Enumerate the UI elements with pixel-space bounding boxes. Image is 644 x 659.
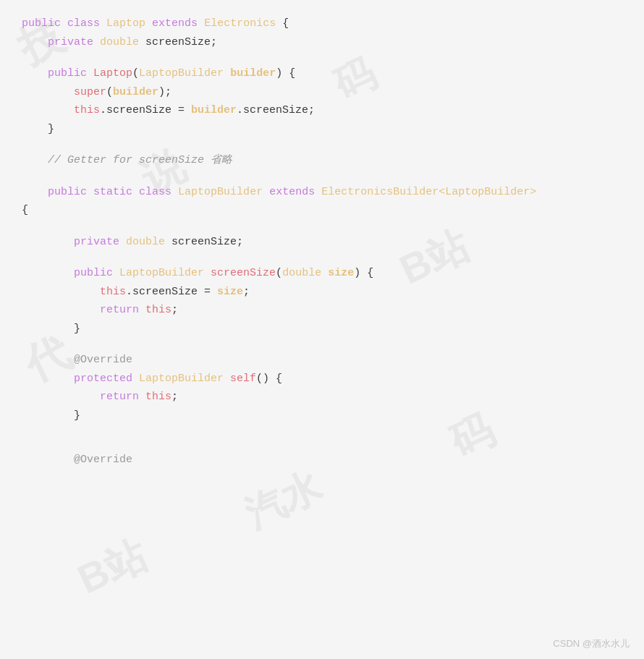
code-line-8: } xyxy=(0,120,644,139)
code-line-28: return this ; xyxy=(0,388,644,407)
csdn-watermark: CSDN @酒水水儿 xyxy=(553,637,630,650)
keyword-return2: return xyxy=(100,388,139,407)
type-double2: double xyxy=(126,233,165,252)
keyword-this3: this xyxy=(145,301,171,320)
code-line-6: super ( builder ); xyxy=(0,83,644,102)
class-electronics: Electronics xyxy=(204,14,276,33)
keyword-super: super xyxy=(74,83,106,102)
code-line-14: public static class LaptopBuilder extend… xyxy=(0,183,644,202)
comment-getter: // Getter for screenSize 省略 xyxy=(48,151,232,170)
annotation-override2: @Override xyxy=(74,451,132,469)
code-line-24 xyxy=(0,338,644,351)
param-builder2: builder xyxy=(113,83,158,102)
code-line-27: protected LaptopBuilder self () { xyxy=(0,370,644,388)
keyword-class: class xyxy=(67,14,100,33)
class-laptopbuilder: LaptopBuilder xyxy=(178,183,263,202)
code-line-18 xyxy=(0,251,644,264)
code-line-31 xyxy=(0,438,644,451)
code-line-21: this .screenSize = size ; xyxy=(0,283,644,302)
type-double3: double xyxy=(282,264,321,283)
code-line-3 xyxy=(0,51,644,64)
keyword-private: private xyxy=(48,33,93,52)
code-line-29: } xyxy=(0,407,644,425)
code-line-2: private double screenSize; xyxy=(0,33,644,52)
annotation-override1: @Override xyxy=(74,351,132,370)
keyword-this4: this xyxy=(145,388,171,407)
keyword-private2: private xyxy=(74,233,119,252)
param-builder: builder xyxy=(230,64,276,83)
code-line-32: @Override xyxy=(0,451,644,469)
code-container: 技 码 说 B站 代 码 汽水 B站 public class Laptop e… xyxy=(0,0,644,659)
code-line-20: public LaptopBuilder screenSize ( double… xyxy=(0,264,644,283)
keyword-protected: protected xyxy=(74,370,132,388)
keyword-extends2: extends xyxy=(269,183,315,202)
code-line-30 xyxy=(0,425,644,438)
keyword-extends: extends xyxy=(152,14,198,33)
keyword-public3: public xyxy=(48,183,87,202)
keyword-return1: return xyxy=(100,301,139,320)
type-double: double xyxy=(100,33,139,52)
code-line-15: { xyxy=(0,201,644,220)
code-line-26: @Override xyxy=(0,351,644,370)
param-size: size xyxy=(328,264,354,283)
class-electronicsbuilder: ElectronicsBuilder<LaptopBuilder> xyxy=(321,183,536,202)
constructor-laptop: Laptop xyxy=(93,64,132,83)
keyword-public: public xyxy=(22,14,61,33)
class-laptop: Laptop xyxy=(106,14,145,33)
keyword-public4: public xyxy=(74,264,113,283)
return-type-laptopbuilder2: LaptopBuilder xyxy=(139,370,224,388)
method-self: self xyxy=(230,370,256,388)
code-line-12 xyxy=(0,170,644,183)
code-line-7: this .screenSize = builder .screenSize; xyxy=(0,101,644,120)
keyword-class2: class xyxy=(139,183,171,202)
ref-size: size xyxy=(217,283,243,302)
method-screensize: screenSize xyxy=(211,264,276,283)
code-line-5: public Laptop ( LaptopBuilder builder ) … xyxy=(0,64,644,83)
code-line-17: private double screenSize; xyxy=(0,233,644,252)
keyword-this1: this xyxy=(74,101,100,120)
code-line-9 xyxy=(0,138,644,151)
code-line-23: } xyxy=(0,320,644,339)
code-line-22: return this ; xyxy=(0,301,644,320)
keyword-public2: public xyxy=(48,64,87,83)
code-line-1: public class Laptop extends Electronics … xyxy=(0,14,644,33)
ref-builder: builder xyxy=(191,101,237,120)
type-laptopbuilder: LaptopBuilder xyxy=(139,64,224,83)
code-line-16 xyxy=(0,220,644,233)
code-line-11: // Getter for screenSize 省略 xyxy=(0,151,644,170)
keyword-this2: this xyxy=(100,283,126,302)
keyword-static: static xyxy=(93,183,132,202)
return-type-laptopbuilder: LaptopBuilder xyxy=(119,264,204,283)
